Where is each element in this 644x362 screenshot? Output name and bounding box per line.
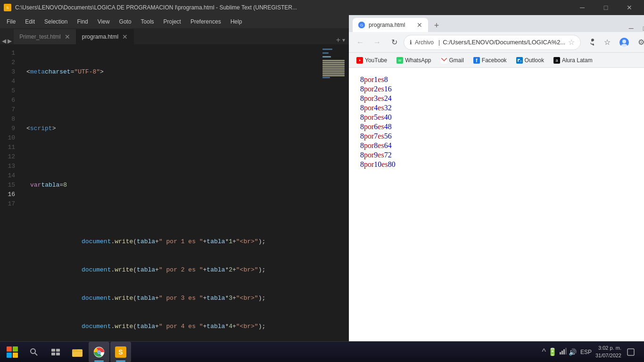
minimap-line <box>322 60 345 61</box>
forward-button[interactable]: → <box>370 35 385 50</box>
menu-tools[interactable]: Tools <box>136 15 159 28</box>
bookmark-facebook[interactable]: f Facebook <box>470 55 511 66</box>
code-line-6 <box>26 209 317 218</box>
share-icon[interactable] <box>583 35 598 50</box>
address-separator: | <box>438 39 440 46</box>
minimap <box>321 45 349 351</box>
search-button[interactable] <box>24 342 44 362</box>
title-bar-text: C:\Users\LENOVO\Documents\LOGICA DE PROG… <box>15 4 571 11</box>
taskbar: S ^ 🔋 🔊 ESP 3:02 p. m. 31/07/2022 <box>0 341 644 362</box>
taskbar-sublime[interactable]: S <box>110 342 131 362</box>
outlook-icon: O <box>516 57 523 64</box>
address-bar[interactable]: ℹ Archivo | C:/Users/LENOVO/Documents/LO… <box>404 35 581 50</box>
bookmark-outlook[interactable]: O Outlook <box>512 55 548 66</box>
extensions-icon[interactable]: ⚙ <box>634 35 644 50</box>
bookmark-star-icon[interactable]: ☆ <box>568 38 575 47</box>
minimap-line <box>322 75 345 76</box>
menu-bar: File Edit Selection Find View Goto Tools… <box>0 15 349 28</box>
n2: 7 <box>374 132 378 140</box>
refresh-button[interactable]: ↻ <box>387 35 402 50</box>
taskbar-file-explorer[interactable] <box>67 342 88 362</box>
code-content[interactable]: <meta charset="UTF-8"> <script> var tabl… <box>19 45 321 351</box>
svg-text:S: S <box>118 348 123 356</box>
tray-network-icon <box>559 347 567 356</box>
facebook-label: Facebook <box>482 57 507 64</box>
line-num-13: 13 <box>6 162 15 171</box>
svg-point-27 <box>98 351 100 353</box>
tray-chevron[interactable]: ^ <box>542 347 545 357</box>
bookmark-gmail[interactable]: Gmail <box>437 55 468 66</box>
n2: 6 <box>374 123 378 131</box>
n2: 1 <box>374 75 378 84</box>
browser-win-controls: ─ □ ✕ <box>625 25 644 32</box>
windows-logo-icon <box>7 346 18 358</box>
menu-find[interactable]: Find <box>72 15 92 28</box>
sublime-icon: S <box>115 346 126 358</box>
close-button[interactable]: ✕ <box>619 0 640 15</box>
n2: 3 <box>374 94 378 103</box>
menu-edit[interactable]: Edit <box>20 15 40 28</box>
table-line-8: 8 por 8 es 64 <box>360 141 644 150</box>
browser-tab-close-btn[interactable]: ✕ <box>417 21 422 29</box>
es6: es <box>378 123 384 131</box>
browser-maximize-btn[interactable]: □ <box>639 25 644 32</box>
taskbar-system-tray: ^ 🔋 🔊 ESP 3:02 p. m. 31/07/2022 <box>542 342 642 362</box>
por2: por <box>364 85 374 93</box>
por3: por <box>364 94 374 103</box>
bookmark-youtube[interactable]: YouTube <box>353 55 391 66</box>
line-num-11: 11 <box>6 143 15 152</box>
por9: por <box>364 151 374 159</box>
bookmark-alura[interactable]: a Alura Latam <box>550 55 596 66</box>
browser-minimize-btn[interactable]: ─ <box>625 25 637 32</box>
line-num-6: 6 <box>6 96 15 105</box>
tray-volume-icon: 🔊 <box>569 348 577 356</box>
gmail-label: Gmail <box>449 57 464 64</box>
tab-primer-test[interactable]: Primer_test.html ✕ <box>14 29 76 44</box>
minimap-line <box>322 66 345 67</box>
tab-programa-close[interactable]: ✕ <box>122 33 128 40</box>
profile-icon[interactable] <box>617 35 632 50</box>
start-button[interactable] <box>2 342 23 362</box>
svg-rect-19 <box>56 349 60 352</box>
tab-primer-close[interactable]: ✕ <box>65 33 70 40</box>
es2: es <box>378 85 384 93</box>
tab-list-btn[interactable]: ▾ <box>342 37 345 43</box>
table-line-4: 8 por 4 es 32 <box>360 104 644 112</box>
new-tab-btn[interactable]: + <box>336 36 340 44</box>
por6: por <box>364 123 374 131</box>
task-view-button[interactable] <box>45 342 66 362</box>
language-indicator[interactable]: ESP <box>578 348 594 356</box>
alura-label: Alura Latam <box>562 57 593 64</box>
n2: 4 <box>374 104 378 112</box>
n1: 8 <box>360 113 364 122</box>
taskbar-clock[interactable]: 3:02 p. m. 31/07/2022 <box>595 345 621 359</box>
bookmark-icon[interactable]: ☆ <box>600 35 615 50</box>
minimize-button[interactable]: ─ <box>571 0 593 15</box>
es5: es <box>378 113 384 122</box>
line-num-17: 17 <box>6 199 15 209</box>
n2: 10 <box>374 160 381 169</box>
minimap-line <box>322 56 331 58</box>
back-button[interactable]: ← <box>353 35 368 50</box>
tab-bar-arrows[interactable]: ◀ ▶ <box>0 38 12 44</box>
line-num-8: 8 <box>6 115 15 124</box>
sublime-panel: File Edit Selection Find View Goto Tools… <box>0 15 349 362</box>
line-num-10: 10 <box>6 133 15 143</box>
new-tab-button[interactable]: + <box>430 19 443 32</box>
bookmark-whatsapp[interactable]: W WhatsApp <box>393 55 435 66</box>
menu-preferences[interactable]: Preferences <box>186 15 226 28</box>
menu-project[interactable]: Project <box>159 15 186 28</box>
youtube-icon <box>356 57 363 64</box>
tab-programa[interactable]: programa.html ✕ <box>76 29 134 44</box>
menu-help[interactable]: Help <box>226 15 247 28</box>
menu-selection[interactable]: Selection <box>40 15 72 28</box>
svg-rect-31 <box>561 351 563 354</box>
notification-center[interactable] <box>623 342 638 362</box>
browser-tab-programa[interactable]: G programa.html ✕ <box>353 18 428 32</box>
menu-goto[interactable]: Goto <box>115 15 136 28</box>
code-line-9: document.write(tabla + " por 3 es " + ta… <box>26 294 317 303</box>
menu-file[interactable]: File <box>2 15 20 28</box>
maximize-button[interactable]: □ <box>595 0 617 15</box>
menu-view[interactable]: View <box>93 15 115 28</box>
taskbar-chrome[interactable] <box>89 342 109 362</box>
